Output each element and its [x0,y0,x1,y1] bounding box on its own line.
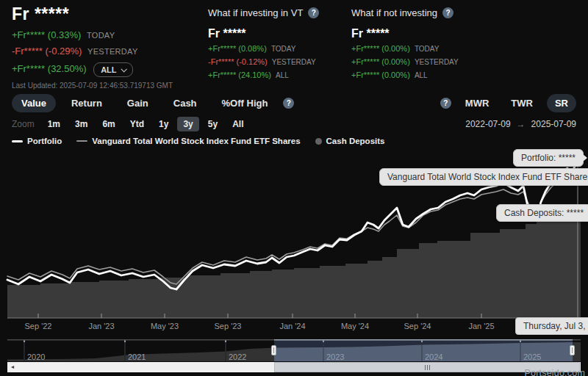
chart-scrollbar[interactable]: ◂ ▸ [7,362,581,372]
stat-label: ALL [415,71,428,79]
zoom-5y[interactable]: 5y [202,117,223,131]
chart-legend: PortfolioVanguard Total World Stock Inde… [12,137,384,145]
x-axis-label: Jan '23 [88,322,114,330]
change-pct: (-0.29%) [46,46,82,57]
cash-deposits-area [7,215,581,318]
tab-cash[interactable]: Cash [164,94,207,112]
what-if-cash-panel: What if not investing ? Fr ***** +Fr****… [351,7,459,80]
help-icon[interactable]: ? [283,98,294,109]
stat-label: ALL [276,71,289,79]
legend-label: Vanguard Total World Stock Index Fund ET… [92,137,300,145]
tab-sr[interactable]: SR [547,94,576,112]
change-amount: +Fr***** [351,44,379,53]
last-updated-text: Last Updated: 2025-07-09 12:46:53.719713… [12,82,173,90]
change-pct: (32.50%) [48,63,87,74]
vt-stat-today: +Fr***** (0.08%) TODAY [208,44,319,54]
toolbar: ValueReturnGainCash%Off High ? ? MWRTWRS… [0,93,588,112]
stat-label: YESTERDAY [272,58,316,66]
change-amount: +Fr***** [12,63,45,74]
tab-twr[interactable]: TWR [503,94,541,112]
view-tabs: ValueReturnGainCash%Off High [12,94,277,112]
zoom-1y[interactable]: 1y [153,117,174,131]
cash-deposits-tooltip: Cash Deposits: ***** [496,204,588,222]
value-chart[interactable]: Sep '22Jan '23May '23Sep '23Jan '24May '… [0,149,588,336]
what-if-cash-value: Fr ***** [351,27,459,40]
x-axis-label: Jan '25 [468,322,494,330]
legend-item-vanguard-total-world-stock-ind[interactable]: Vanguard Total World Stock Index Fund ET… [76,137,300,145]
stat-label: YESTERDAY [87,47,138,56]
portfolio-total-value: Fr ***** [12,4,173,24]
help-icon[interactable]: ? [442,7,453,18]
stat-today: +Fr***** (0.33%) TODAY [12,30,173,40]
zoom-3y[interactable]: 3y [177,117,198,131]
navigator-left-handle[interactable] [271,345,276,355]
legend-label: Portfolio [27,137,62,145]
cash-stat-all: +Fr***** (0.00%) ALL [351,70,459,80]
change-amount: +Fr***** [351,57,379,66]
legend-label: Cash Deposits [326,137,385,145]
vanguard-tooltip: Vanguard Total World Stock Index Fund ET… [379,168,588,186]
tab-off-high[interactable]: %Off High [212,94,278,112]
stat-yesterday: -Fr***** (-0.29%) YESTERDAY [12,46,173,57]
stat-label: TODAY [271,45,296,53]
x-axis-label: Sep '23 [215,322,242,330]
zoom-row: Zoom 1m3m6mYtd1y3y5yAll 2022-07-09 → 202… [0,116,588,132]
zoom-options: 1m3m6mYtd1y3y5yAll [42,117,250,131]
chevron-down-icon [121,66,126,72]
zoom-1m[interactable]: 1m [42,117,66,131]
x-axis-label: May '23 [151,322,179,330]
scroll-left-arrow-icon[interactable]: ◂ [7,362,18,372]
vt-stat-all: +Fr***** (24.10%) ALL [208,70,319,80]
help-icon[interactable]: ? [440,98,451,109]
change-pct: (0.00%) [381,44,410,53]
scrollbar-track[interactable] [18,362,570,372]
cash-stat-today: +Fr***** (0.00%) TODAY [351,44,459,54]
watermark: Portseido.com [525,368,586,376]
what-if-vt-panel: What if investing in VT ? Fr ***** +Fr**… [208,7,319,80]
portfolio-summary: Fr ***** +Fr***** (0.33%) TODAY -Fr*****… [12,4,173,90]
zoom-ytd[interactable]: Ytd [124,117,150,131]
change-amount: +Fr***** [208,70,236,79]
date-range[interactable]: 2022-07-09 → 2025-07-09 [465,119,576,129]
change-amount: -Fr***** [208,57,234,66]
tab-mwr[interactable]: MWR [457,94,498,112]
range-end: 2025-07-09 [531,119,576,129]
portfolio-app: Fr ***** +Fr***** (0.33%) TODAY -Fr*****… [0,0,588,376]
change-amount: +Fr***** [208,44,236,53]
legend-item-portfolio[interactable]: Portfolio [12,137,62,145]
x-axis-label: Jan '24 [279,322,305,330]
stat-label: TODAY [87,31,115,40]
line-white-swatch-icon [12,140,23,142]
zoom-label: Zoom [12,119,35,129]
navigator-right-handle[interactable] [570,345,575,355]
change-pct: (-0.12%) [237,57,268,66]
header: Fr ***** +Fr***** (0.33%) TODAY -Fr*****… [0,0,588,92]
tab-gain[interactable]: Gain [118,94,158,112]
change-pct: (0.00%) [381,70,410,79]
legend-item-cash-deposits[interactable]: Cash Deposits [315,137,385,145]
x-axis-label: May '24 [341,322,369,330]
dot-gray-swatch-icon [315,138,322,145]
tab-value[interactable]: Value [12,94,56,112]
zoom-all[interactable]: All [226,117,249,131]
zoom-3m[interactable]: 3m [69,117,93,131]
change-pct: (0.33%) [48,29,82,40]
change-pct: (24.10%) [238,70,271,79]
stat-label: YESTERDAY [415,58,459,66]
range-navigator[interactable]: 202020212022202320242025 [0,339,588,361]
help-icon[interactable]: ? [308,7,319,18]
tab-return[interactable]: Return [62,94,112,112]
what-if-cash-title: What if not investing [351,7,437,18]
zoom-6m[interactable]: 6m [96,117,121,131]
navigator-svg[interactable] [0,339,588,361]
return-mode-tabs: MWRTWRSR [457,94,576,112]
x-axis-label: Sep '22 [25,322,52,330]
stat-all: +Fr***** (32.50%) ALL [12,62,173,77]
change-amount: +Fr***** [351,70,379,79]
period-dropdown-value: ALL [101,65,116,75]
cash-stat-yesterday: +Fr***** (0.00%) YESTERDAY [351,57,459,67]
period-dropdown[interactable]: ALL [93,62,132,77]
x-axis-label: Sep '24 [404,322,431,330]
stat-label: TODAY [415,45,440,53]
arrow-right-icon: → [517,119,526,129]
